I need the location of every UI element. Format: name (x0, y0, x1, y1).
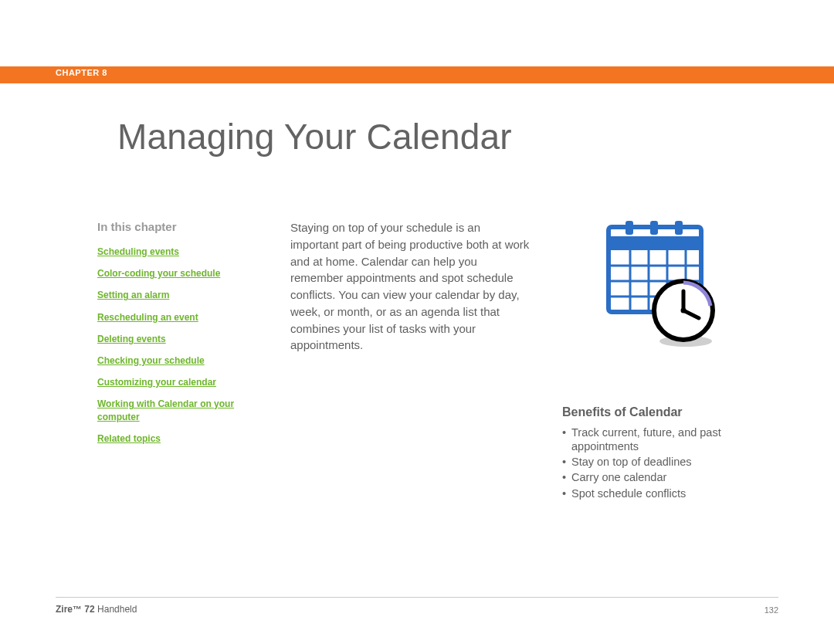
benefits-section: Benefits of Calendar Track current, futu… (562, 405, 778, 502)
benefits-heading: Benefits of Calendar (562, 405, 778, 419)
svg-rect-2 (650, 221, 658, 235)
benefit-item: Stay on top of deadlines (562, 455, 778, 469)
chapter-label: CHAPTER 8 (56, 68, 107, 77)
footer-product: Zire™ 72 Handheld (56, 604, 137, 615)
svg-rect-3 (675, 221, 683, 235)
calendar-clock-icon (595, 219, 726, 351)
svg-rect-1 (626, 221, 633, 235)
toc-link-color-coding[interactable]: Color-coding your schedule (97, 267, 252, 280)
toc-link-deleting[interactable]: Deleting events (97, 333, 252, 345)
toc-link-related[interactable]: Related topics (97, 432, 252, 445)
footer-page-number: 132 (764, 605, 778, 615)
intro-paragraph: Staying on top of your schedule is an im… (290, 219, 530, 354)
toc-link-customizing[interactable]: Customizing your calendar (97, 376, 252, 388)
benefits-list: Track current, future, and past appointm… (562, 425, 778, 500)
footer-product-bold: Zire™ 72 (56, 604, 95, 615)
benefit-item: Spot schedule conflicts (562, 486, 778, 500)
in-this-chapter-sidebar: In this chapter Scheduling events Color-… (97, 220, 252, 454)
sidebar-heading: In this chapter (97, 220, 252, 233)
toc-link-working-computer[interactable]: Working with Calendar on your computer (97, 398, 252, 422)
page-title: Managing Your Calendar (117, 116, 512, 158)
chapter-bar: CHAPTER 8 (0, 66, 834, 83)
svg-rect-4 (611, 236, 699, 250)
toc-link-setting-alarm[interactable]: Setting an alarm (97, 289, 252, 301)
benefit-item: Track current, future, and past appointm… (562, 425, 778, 453)
footer-product-rest: Handheld (95, 604, 137, 615)
toc-link-checking[interactable]: Checking your schedule (97, 354, 252, 367)
footer-divider (56, 597, 778, 598)
toc-link-scheduling-events[interactable]: Scheduling events (97, 246, 252, 258)
svg-point-16 (681, 308, 687, 314)
benefit-item: Carry one calendar (562, 470, 778, 484)
toc-link-rescheduling[interactable]: Rescheduling an event (97, 311, 252, 324)
